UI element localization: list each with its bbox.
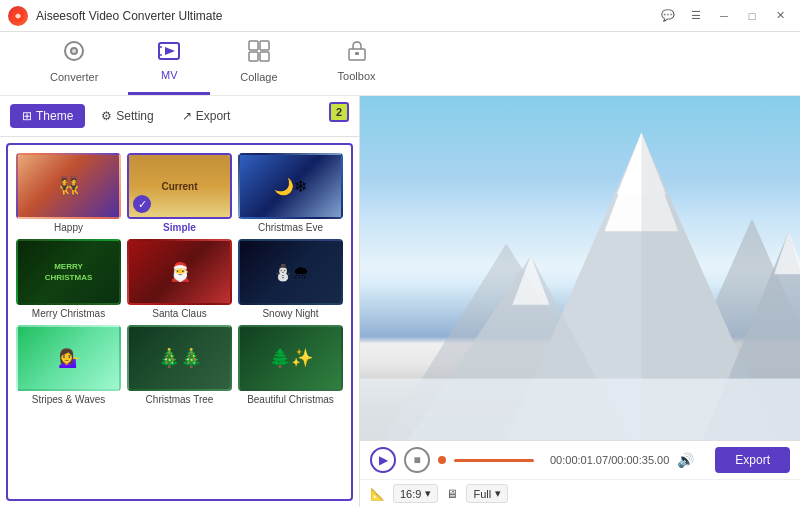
theme-thumb-santa-claus: 🎅 [127,239,232,305]
controls-row2: 📐 16:9 ▾ 🖥 Full ▾ [360,479,800,507]
selected-check: ✓ [133,195,151,213]
theme-grid-container[interactable]: 👯 Happy Current ✓ Simple [6,143,353,501]
tab-collage[interactable]: Collage [210,31,307,95]
collage-label: Collage [240,71,277,83]
quality-select[interactable]: Full ▾ [466,484,508,503]
app-icon [8,6,28,26]
title-bar: Aiseesoft Video Converter Ultimate 💬 ☰ ─… [0,0,800,32]
svg-marker-23 [774,231,800,274]
play-btn[interactable]: ▶ [370,447,396,473]
tab-setting[interactable]: ⚙ Setting [89,104,165,128]
theme-christmas-eve[interactable]: 🌙❄ Christmas Eve [238,153,343,233]
theme-thumb-beautiful: 🌲✨ [238,325,343,391]
theme-thumb-simple: Current ✓ [127,153,232,219]
progress-dot [438,456,446,464]
theme-santa-claus[interactable]: 🎅 Santa Claus [127,239,232,319]
title-bar-left: Aiseesoft Video Converter Ultimate [8,6,223,26]
theme-thumb-christmas-tree: 🎄🎄 [127,325,232,391]
left-panel: ⊞ Theme ⚙ Setting ↗ Export 2 👯 [0,96,360,507]
theme-label-christmas-eve: Christmas Eve [258,222,323,233]
chat-btn[interactable]: 💬 [656,6,680,26]
svg-rect-9 [249,52,258,61]
export-button[interactable]: Export [715,447,790,473]
tab-mv[interactable]: MV [128,31,210,95]
nav-tabs: Converter MV Collage Toolbox [0,32,800,96]
converter-label: Converter [50,71,98,83]
theme-label-snowy-night: Snowy Night [262,308,318,319]
theme-thumb-happy: 👯 [16,153,121,219]
toolbox-icon [346,41,368,66]
ratio-select[interactable]: 16:9 ▾ [393,484,438,503]
theme-stripes-waves[interactable]: 💁‍♀️ Stripes & Waves [16,325,121,405]
stop-btn[interactable]: ■ [404,447,430,473]
playback-controls: ▶ ■ 00:00:01.07/00:00:35.00 🔊 [370,447,694,473]
theme-simple[interactable]: Current ✓ Simple [127,153,232,233]
theme-thumb-stripes: 💁‍♀️ [16,325,121,391]
close-btn[interactable]: ✕ [768,6,792,26]
app-title: Aiseesoft Video Converter Ultimate [36,9,223,23]
badge-count: 2 [329,102,349,122]
setting-label: Setting [116,109,153,123]
svg-rect-24 [360,379,800,440]
theme-label-merry-christmas: Merry Christmas [32,308,105,319]
preview-area [360,96,800,440]
setting-icon: ⚙ [101,109,112,123]
theme-thumb-snowy-night: ⛄🌨 [238,239,343,305]
progress-line[interactable] [454,459,534,462]
export-label: Export [196,109,231,123]
mv-icon [158,42,180,65]
main-content: ⊞ Theme ⚙ Setting ↗ Export 2 👯 [0,96,800,507]
theme-thumb-christmas-eve: 🌙❄ [238,153,343,219]
menu-btn[interactable]: ☰ [684,6,708,26]
svg-point-3 [72,49,76,53]
minimize-btn[interactable]: ─ [712,6,736,26]
mv-label: MV [161,69,178,81]
theme-label-simple: Simple [163,222,196,233]
theme-christmas-tree[interactable]: 🎄🎄 Christmas Tree [127,325,232,405]
theme-grid: 👯 Happy Current ✓ Simple [16,153,343,405]
svg-rect-7 [249,41,258,50]
theme-label-christmas-tree: Christmas Tree [146,394,214,405]
theme-happy[interactable]: 👯 Happy [16,153,121,233]
right-panel: ▶ ■ 00:00:01.07/00:00:35.00 🔊 Export 📐 1… [360,96,800,507]
maximize-btn[interactable]: □ [740,6,764,26]
quality-value: Full [473,488,491,500]
tab-theme[interactable]: ⊞ Theme [10,104,85,128]
theme-label-beautiful-christmas: Beautiful Christmas [247,394,334,405]
tab-toolbox[interactable]: Toolbox [308,31,406,95]
monitor-icon: 🖥 [446,487,458,501]
tab-export[interactable]: ↗ Export [170,104,243,128]
theme-beautiful-christmas[interactable]: 🌲✨ Beautiful Christmas [238,325,343,405]
export-controls: Export [715,447,790,473]
theme-label: Theme [36,109,73,123]
sub-tabs: ⊞ Theme ⚙ Setting ↗ Export 2 [0,96,359,137]
toolbox-label: Toolbox [338,70,376,82]
svg-rect-12 [355,52,359,55]
svg-rect-10 [260,52,269,61]
theme-thumb-merry-christmas: MERRYCHRISTMAS [16,239,121,305]
ratio-value: 16:9 [400,488,421,500]
export-icon: ↗ [182,109,192,123]
window-controls: 💬 ☰ ─ □ ✕ [656,6,792,26]
theme-label-stripes-waves: Stripes & Waves [32,394,106,405]
controls-bar: ▶ ■ 00:00:01.07/00:00:35.00 🔊 Export [360,440,800,479]
collage-icon [248,40,270,67]
theme-icon: ⊞ [22,109,32,123]
time-display: 00:00:01.07/00:00:35.00 [550,454,669,466]
volume-icon[interactable]: 🔊 [677,452,694,468]
theme-label-santa-claus: Santa Claus [152,308,206,319]
preview-background [360,96,800,440]
theme-label-happy: Happy [54,222,83,233]
theme-merry-christmas[interactable]: MERRYCHRISTMAS Merry Christmas [16,239,121,319]
tab-converter[interactable]: Converter [20,31,128,95]
svg-rect-8 [260,41,269,50]
mountain-scene-svg [360,96,800,440]
converter-icon [63,40,85,67]
quality-chevron: ▾ [495,487,501,500]
theme-snowy-night[interactable]: ⛄🌨 Snowy Night [238,239,343,319]
ratio-icon: 📐 [370,487,385,501]
ratio-chevron: ▾ [425,487,431,500]
